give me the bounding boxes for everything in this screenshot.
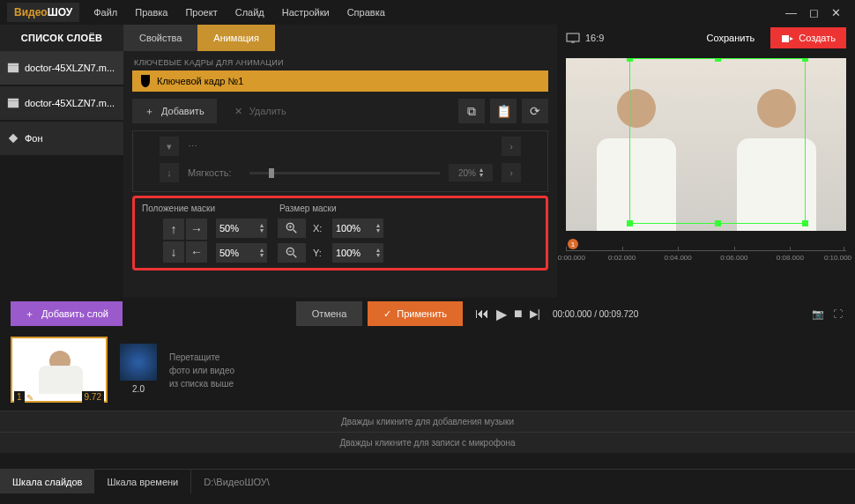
mask-size-x-input[interactable]: 100%▴▾ [332, 219, 383, 238]
layer-item-1[interactable]: doctor-45XLZN7.m... [0, 86, 123, 120]
dpad-left[interactable]: ← [186, 241, 207, 263]
diamond-icon [7, 132, 19, 145]
menu-project[interactable]: Проект [176, 7, 226, 18]
prev-frame-button[interactable]: ⏮ [475, 306, 489, 322]
zoom-in-button[interactable] [278, 219, 306, 238]
mask-pos-y-input[interactable]: 50%▴▾ [216, 243, 267, 263]
tab-properties[interactable]: Свойства [123, 25, 197, 51]
svg-rect-3 [8, 99, 19, 101]
aspect-selector[interactable]: 16:9 [566, 33, 604, 43]
keyframe-label: Ключевой кадр №1 [157, 76, 243, 86]
clip-thumbnail[interactable]: 1 ✎ 9.72 [11, 337, 108, 403]
fullscreen-icon[interactable]: ⛶ [833, 308, 843, 320]
check-icon: ✓ [383, 308, 391, 320]
tab-timeline-scale[interactable]: Шкала времени [94, 470, 190, 493]
menu-edit[interactable]: Правка [126, 7, 176, 18]
x-icon: ✕ [234, 106, 242, 117]
mask-size-y-input[interactable]: 100%▴▾ [332, 243, 383, 263]
keyframes-section-label: КЛЮЧЕВЫЕ КАДРЫ ДЛЯ АНИМАЦИИ [123, 51, 557, 70]
delete-keyframe-button[interactable]: ✕ Удалить [222, 99, 299, 123]
chevron-icon: › [509, 141, 513, 152]
create-button[interactable]: Создать [770, 27, 846, 48]
menu-help[interactable]: Справка [338, 7, 394, 18]
keyframe-row[interactable]: Ключевой кадр №1 [132, 70, 548, 92]
dpad-right[interactable]: → [186, 219, 207, 240]
clip-duration: 9.72 [82, 391, 104, 403]
create-label: Создать [799, 33, 836, 43]
menu-file[interactable]: Файл [85, 7, 126, 18]
layer-label: doctor-45XLZN7.m... [25, 63, 115, 73]
zoom-out-icon [286, 247, 298, 259]
clapper-icon [7, 97, 19, 109]
drop-hint: Перетащите фото или видео из списка выше [169, 337, 234, 404]
cancel-button[interactable]: Отмена [296, 301, 362, 326]
maximize-icon[interactable]: ◻ [809, 6, 819, 19]
snapshot-icon[interactable]: 📷 [812, 308, 824, 320]
refresh-button[interactable]: ⟳ [522, 99, 548, 123]
selection-box[interactable] [629, 58, 806, 224]
next-frame-button[interactable]: ▶| [530, 308, 540, 320]
export-icon [781, 33, 793, 43]
transition-slot[interactable]: 2.0 [120, 337, 157, 404]
layers-panel: СПИСОК СЛОЁВ doctor-45XLZN7.m... doctor-… [0, 25, 123, 298]
editor-tabs: Свойства Анимация [123, 25, 557, 51]
pencil-icon[interactable]: ✎ [26, 393, 33, 403]
stop-button[interactable]: ■ [514, 306, 523, 322]
zoom-out-button[interactable] [278, 243, 306, 263]
mask-controls: Положение маски ↑ ← ↓ → 50%▴▾ 50%▴▾ [132, 196, 548, 271]
menu-slide[interactable]: Слайд [227, 7, 273, 18]
close-icon[interactable]: ✕ [831, 6, 841, 19]
mask-pos-x-input[interactable]: 50%▴▾ [216, 219, 267, 238]
plus-icon: ＋ [25, 308, 34, 321]
action-row: ＋ Добавить слой Отмена ✓ Применить ⏮ ▶ ■… [0, 298, 855, 330]
clip-number: 1 [14, 391, 25, 403]
chevron-step2[interactable]: › [502, 163, 521, 182]
zoom-in-icon [286, 222, 298, 234]
app-logo: ВидеоШОУ [7, 3, 79, 22]
play-button[interactable]: ▶ [496, 306, 507, 322]
copy-button[interactable]: ⧉ [458, 99, 485, 123]
softness-value[interactable]: 20%▴▾ [449, 164, 493, 182]
copy-icon: ⧉ [467, 104, 476, 119]
add-layer-button[interactable]: ＋ Добавить слой [11, 301, 123, 326]
add-keyframe-button[interactable]: ＋ Добавить [132, 99, 217, 123]
menu-settings[interactable]: Настройки [273, 7, 338, 18]
tab-slide-scale[interactable]: Шкала слайдов [0, 470, 94, 493]
paste-button[interactable]: 📋 [490, 99, 517, 123]
keyframe-marker-icon [141, 75, 150, 87]
collapse-toggle[interactable]: ▾ [160, 137, 179, 156]
dpad-down[interactable]: ↓ [163, 241, 184, 263]
softness-slider[interactable] [249, 172, 440, 174]
mask-size-label: Размер маски [278, 204, 383, 213]
minimize-icon[interactable]: — [785, 6, 797, 19]
add-layer-label: Добавить слой [41, 308, 108, 319]
playback-controls: ⏮ ▶ ■ ▶| 00:00.000 / 00:09.720 [475, 306, 638, 322]
arrow-up-icon: ↑ [171, 222, 177, 236]
clip-tray: 1 ✎ 9.72 2.0 Перетащите фото или видео и… [0, 330, 855, 411]
tab-animation[interactable]: Анимация [197, 25, 275, 51]
bottom-bar: Шкала слайдов Шкала времени D:\ВидеоШОУ\ [0, 469, 855, 493]
svg-marker-15 [790, 37, 793, 41]
y-label: Y: [313, 248, 325, 258]
layer-item-2[interactable]: Фон [0, 122, 123, 155]
playhead-marker[interactable]: 1 [568, 239, 578, 249]
preview-viewport[interactable] [566, 58, 846, 231]
mask-position-label: Положение маски [140, 204, 267, 213]
dpad-up[interactable]: ↑ [163, 219, 184, 240]
apply-button[interactable]: ✓ Применить [368, 301, 463, 326]
window-controls: — ◻ ✕ [785, 6, 848, 19]
chevron-step[interactable]: › [502, 137, 521, 156]
project-path: D:\ВидеоШОУ\ [190, 470, 282, 493]
layer-item-0[interactable]: doctor-45XLZN7.m... [0, 51, 123, 85]
svg-rect-1 [8, 63, 19, 66]
x-label: X: [313, 223, 325, 233]
save-button[interactable]: Сохранить [698, 27, 764, 48]
logo-part2: ШОУ [48, 6, 73, 19]
preview-timeline[interactable]: 1 0:00.000 0:02.000 0:04.000 0:06.000 0:… [566, 238, 846, 261]
menu-bar: ВидеоШОУ Файл Правка Проект Слайд Настро… [0, 0, 855, 25]
add-mic-row[interactable]: Дважды кликните для записи с микрофона [0, 432, 855, 453]
svg-rect-0 [8, 65, 19, 72]
add-music-row[interactable]: Дважды кликните для добавления музыки [0, 411, 855, 432]
layer-label: doctor-45XLZN7.m... [25, 98, 115, 108]
arrow-down-btn[interactable]: ↓ [160, 163, 179, 182]
